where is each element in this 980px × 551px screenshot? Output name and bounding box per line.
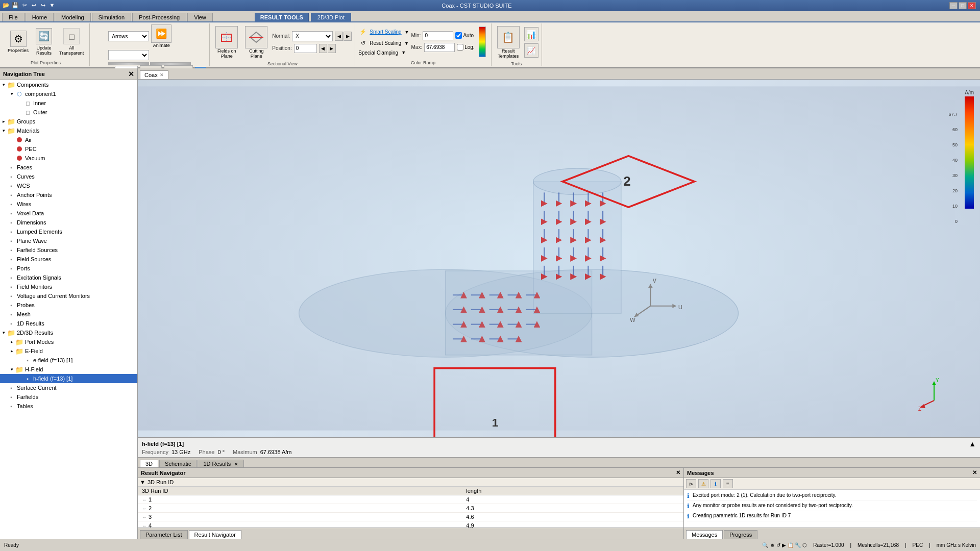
tab-modeling[interactable]: Modeling [55, 13, 91, 21]
tree-item-voxel-data[interactable]: ▪Voxel Data [0, 209, 137, 218]
tree-item-pec[interactable]: PEC [0, 144, 137, 154]
tree-item-anchor-points[interactable]: ▪Anchor Points [0, 190, 137, 199]
tree-item-e-field[interactable]: ▸📁E-Field [0, 346, 137, 356]
tree-toggle[interactable]: ▾ [0, 330, 7, 335]
normal-select[interactable]: XYZ [292, 31, 333, 41]
tree-item-plane-wave[interactable]: ▪Plane Wave [0, 236, 137, 245]
tree-item-1d-results[interactable]: ▪1D Results [0, 319, 137, 328]
tree-toggle[interactable]: ▸ [0, 119, 7, 124]
tree-item-2d/3d-results[interactable]: ▾📁2D/3D Results [0, 328, 137, 337]
param-list-tab[interactable]: Parameter List [140, 530, 188, 539]
special-clamping-btn[interactable]: Special Clamping [358, 50, 398, 56]
tree-item-excitation-signals[interactable]: ▪Excitation Signals [0, 273, 137, 282]
update-results-btn[interactable]: 🔄 UpdateResults [33, 27, 55, 57]
reset-scaling-dropdown[interactable]: ▼ [404, 41, 409, 46]
tree-item-farfields[interactable]: ▪Farfields [0, 392, 137, 402]
messages-close[interactable]: ✕ [972, 469, 977, 476]
cut-btn[interactable]: ✂ [20, 1, 29, 9]
table-row[interactable]: ↔24.3 [138, 504, 683, 513]
tree-toggle[interactable]: ▾ [0, 82, 7, 87]
tab-post-processing[interactable]: Post-Processing [132, 13, 186, 21]
tree-item-ports[interactable]: ▪Ports [0, 264, 137, 273]
close-btn[interactable]: ✕ [968, 2, 976, 9]
save-btn[interactable]: 💾 [11, 1, 19, 9]
tree-item-farfield-sources[interactable]: ▪Farfield Sources [0, 245, 137, 255]
table-row[interactable]: ↔14 [138, 495, 683, 504]
tree-item-probes[interactable]: ▪Probes [0, 300, 137, 310]
tree-item-wcs[interactable]: ▪WCS [0, 181, 137, 190]
info-collapse[interactable]: ▲ [969, 440, 976, 448]
tree-item-e-field-(f=13)-[1][interactable]: ▪e-field (f=13) [1] [0, 356, 137, 365]
undo-btn[interactable]: ↩ [30, 1, 38, 9]
tree-item-component1[interactable]: ▾⬡component1 [0, 89, 137, 98]
tree-toggle[interactable]: ▾ [8, 91, 15, 96]
result-nav-close[interactable]: ✕ [676, 469, 680, 476]
tools-btn-1[interactable]: 📊 [524, 27, 538, 41]
reset-scaling-btn[interactable]: Reset Scaling [370, 40, 401, 46]
tree-item-dimensions[interactable]: ▪Dimensions [0, 218, 137, 227]
tree-item-voltage-and-current-monitors[interactable]: ▪Voltage and Current Monitors [0, 291, 137, 300]
tree-item-mesh[interactable]: ▪Mesh [0, 310, 137, 319]
result-nav-tab[interactable]: Result Navigator [189, 530, 241, 539]
tab-3d[interactable]: 3D [140, 460, 158, 467]
cutting-plane-btn[interactable]: CuttingPlane [242, 24, 270, 60]
1d-results-close[interactable]: ✕ [234, 462, 238, 467]
msg-list-btn[interactable]: ≡ [723, 479, 733, 488]
tree-toggle[interactable]: ▾ [8, 367, 15, 372]
tree-item-tables[interactable]: ▪Tables [0, 402, 137, 411]
tree-item-surface-current[interactable]: ▪Surface Current [0, 383, 137, 392]
nav-tree-close[interactable]: ✕ [128, 70, 134, 78]
arrows-select[interactable]: Arrows [108, 31, 149, 41]
tree-toggle[interactable]: ▾ [0, 128, 7, 133]
smart-scaling-dropdown[interactable]: ▼ [405, 30, 409, 35]
tab-file[interactable]: File [2, 13, 24, 21]
maximize-btn[interactable]: □ [959, 2, 967, 9]
tree-toggle[interactable]: ▸ [8, 339, 15, 344]
tree-item-outer[interactable]: ◻Outer [0, 108, 137, 117]
qa-dropdown[interactable]: ▼ [48, 1, 56, 9]
normal-prev-btn[interactable]: ◀ [335, 32, 343, 41]
tree-item-components[interactable]: ▾📁Components [0, 80, 137, 89]
tree-item-curves[interactable]: ▪Curves [0, 172, 137, 181]
table-row[interactable]: ↔44.9 [138, 521, 683, 528]
log-checkbox[interactable] [457, 44, 463, 51]
tab-schematic[interactable]: Schematic [159, 460, 197, 467]
viewport-3d[interactable]: 2 1 u v [138, 80, 980, 437]
tree-item-faces[interactable]: ▪Faces [0, 163, 137, 172]
messages-tab[interactable]: Messages [686, 530, 723, 539]
animate-btn[interactable]: ⏩ Animate [151, 24, 172, 48]
fields-on-plane-btn[interactable]: Fields onPlane [213, 24, 240, 60]
smart-scaling-btn[interactable]: Smart Scaling [370, 29, 401, 35]
tree-item-air[interactable]: Air [0, 135, 137, 144]
tree-item-groups[interactable]: ▸📁Groups [0, 117, 137, 126]
viewport-tab-close[interactable]: ✕ [160, 72, 164, 78]
all-transparent-btn[interactable]: ◻ AllTransparent [57, 27, 86, 57]
tree-item-lumped-elements[interactable]: ▪Lumped Elements [0, 227, 137, 236]
auto-checkbox[interactable] [455, 32, 462, 39]
tree-item-field-monitors[interactable]: ▪Field Monitors [0, 282, 137, 291]
viewport-tab-coax[interactable]: Coax ✕ [140, 70, 168, 79]
max-input[interactable] [424, 43, 455, 52]
progress-tab[interactable]: Progress [724, 530, 757, 539]
special-clamping-dropdown[interactable]: ▼ [401, 50, 406, 55]
tree-item-wires[interactable]: ▪Wires [0, 199, 137, 209]
normal-next-btn[interactable]: ▶ [344, 32, 352, 41]
tab-2d3d-plot[interactable]: 2D/3D Plot [311, 13, 351, 21]
tab-view[interactable]: View [187, 13, 213, 21]
tree-item-vacuum[interactable]: Vacuum [0, 154, 137, 163]
tree-item-port-modes[interactable]: ▸📁Port Modes [0, 337, 137, 346]
position-input[interactable] [294, 44, 317, 53]
tree-toggle[interactable]: ▸ [8, 348, 15, 354]
log-checkbox-label[interactable]: Log. [457, 44, 474, 51]
table-row[interactable]: ↔34.6 [138, 513, 683, 521]
result-templates-btn[interactable]: 📋 ResultTemplates [495, 24, 522, 60]
tab-home[interactable]: Home [26, 13, 54, 21]
tree-item-field-sources[interactable]: ▪Field Sources [0, 255, 137, 264]
tab-simulation[interactable]: Simulation [92, 13, 131, 21]
sub-arrows-select[interactable] [108, 50, 149, 60]
tree-item-h-field[interactable]: ▾📁H-Field [0, 365, 137, 374]
tree-item-h-field-(f=13)-[1][interactable]: ▪h-field (f=13) [1] [0, 374, 137, 383]
tree-item-materials[interactable]: ▾📁Materials [0, 126, 137, 135]
msg-warn-btn[interactable]: ⚠ [698, 479, 708, 488]
pos-next-btn[interactable]: ▶ [328, 44, 336, 53]
